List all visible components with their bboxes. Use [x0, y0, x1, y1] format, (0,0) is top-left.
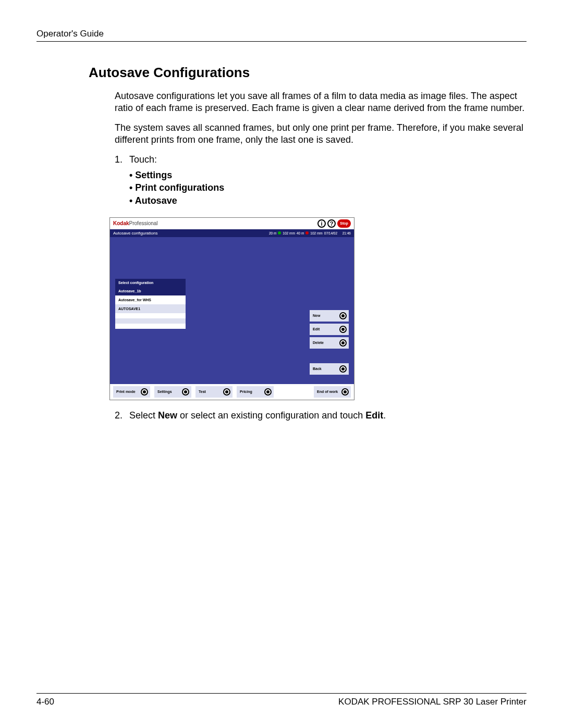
- screen-title: Autosave configurations: [113, 231, 157, 236]
- product-name: KODAK PROFESSIONAL SRP 30 Laser Printer: [338, 697, 527, 707]
- list-item-empty[interactable]: [115, 313, 186, 318]
- status-width-b: 102 mm: [310, 231, 322, 235]
- screen-body: Select configuration Autosave_1b Autosav…: [110, 237, 354, 383]
- step-1-number: 1.: [115, 154, 129, 166]
- list-header: Select configuration: [115, 279, 186, 287]
- status-bar: 20 m 102 mm 40 m 102 mm 07/14/02 21:46: [269, 231, 351, 235]
- step-2-text-pre: Select: [129, 410, 158, 421]
- pricing-button[interactable]: Pricing: [237, 386, 274, 398]
- button-icon: [339, 312, 347, 319]
- section-title: Autosave Configurations: [89, 65, 527, 81]
- button-icon: [182, 388, 189, 396]
- autosave-screenshot: KodakProfessional i ? Stop Autosave conf…: [109, 217, 354, 400]
- test-label: Test: [199, 390, 206, 393]
- button-icon: [264, 388, 272, 396]
- page-number: 4-60: [36, 697, 54, 707]
- brand-professional: Professional: [129, 220, 158, 226]
- status-green-icon: [278, 231, 281, 235]
- bullet-settings: Settings: [129, 169, 527, 181]
- button-icon: [339, 339, 347, 347]
- button-icon: [339, 326, 347, 333]
- print-mode-button[interactable]: Print mode: [113, 386, 150, 398]
- list-item[interactable]: AUTOSAVE1: [115, 304, 186, 313]
- step-2-text-end: .: [383, 410, 386, 421]
- button-icon: [141, 388, 148, 396]
- step-1-text: Touch:: [129, 154, 157, 165]
- settings-button[interactable]: Settings: [154, 386, 191, 398]
- step-2-new: New: [158, 410, 177, 421]
- bullet-print-configurations: Print configurations: [129, 181, 527, 194]
- stop-button[interactable]: Stop: [337, 219, 351, 228]
- intro-paragraph-2: The system saves all scanned frames, but…: [115, 122, 527, 146]
- step-2-edit: Edit: [365, 410, 383, 421]
- status-width-a: 102 mm: [283, 231, 295, 235]
- brand: KodakProfessional: [113, 220, 158, 226]
- status-time: 21:46: [342, 231, 351, 235]
- step-2-text-mid: or select an existing configuration and …: [177, 410, 365, 421]
- status-red-icon: [305, 231, 309, 235]
- page-header: Operator's Guide: [36, 29, 527, 42]
- brand-kodak: Kodak: [113, 220, 129, 226]
- step-2-number: 2.: [115, 410, 129, 422]
- status-date: 07/14/02: [324, 231, 337, 235]
- pricing-label: Pricing: [240, 390, 252, 393]
- list-item-empty[interactable]: [115, 324, 186, 329]
- status-length-b: 40 m: [297, 231, 304, 235]
- configuration-list: Select configuration Autosave_1b Autosav…: [115, 279, 186, 329]
- title-bar: Autosave configurations 20 m 102 mm 40 m…: [110, 229, 354, 237]
- edit-button-label: Edit: [313, 327, 320, 331]
- help-icon: ?: [330, 220, 334, 227]
- bullet-autosave: Autosave: [129, 194, 527, 207]
- step-1: 1.Touch:: [115, 154, 527, 166]
- intro-paragraph-1: Autosave configurations let you save all…: [115, 90, 527, 115]
- back-button[interactable]: Back: [310, 363, 349, 375]
- list-item-selected[interactable]: Autosave_1b: [115, 287, 186, 295]
- list-item-empty[interactable]: [115, 318, 186, 324]
- status-length-a: 20 m: [269, 231, 276, 235]
- list-item[interactable]: Autosave_for WHS: [115, 295, 186, 304]
- touch-path-list: Settings Print configurations Autosave: [129, 169, 527, 207]
- test-button[interactable]: Test: [195, 386, 232, 398]
- app-header: KodakProfessional i ? Stop: [110, 218, 354, 229]
- edit-button[interactable]: Edit: [310, 324, 349, 335]
- page-footer: 4-60 KODAK PROFESSIONAL SRP 30 Laser Pri…: [36, 693, 527, 707]
- end-of-work-label: End of work: [317, 390, 338, 393]
- info-icon: i: [321, 220, 322, 227]
- button-icon: [339, 365, 347, 373]
- new-button-label: New: [313, 314, 320, 317]
- end-of-work-button[interactable]: End of work: [314, 386, 351, 398]
- info-button[interactable]: i: [317, 219, 326, 228]
- new-button[interactable]: New: [310, 310, 349, 322]
- help-button[interactable]: ?: [327, 219, 336, 228]
- delete-button[interactable]: Delete: [310, 337, 349, 349]
- print-mode-label: Print mode: [116, 390, 136, 393]
- delete-button-label: Delete: [313, 341, 324, 344]
- back-button-label: Back: [313, 367, 322, 371]
- button-icon: [341, 388, 349, 396]
- bottom-toolbar: Print mode Settings Test Pricing En: [110, 383, 354, 400]
- settings-label: Settings: [157, 390, 172, 393]
- step-2: 2.Select New or select an existing confi…: [115, 410, 527, 422]
- button-icon: [223, 388, 230, 396]
